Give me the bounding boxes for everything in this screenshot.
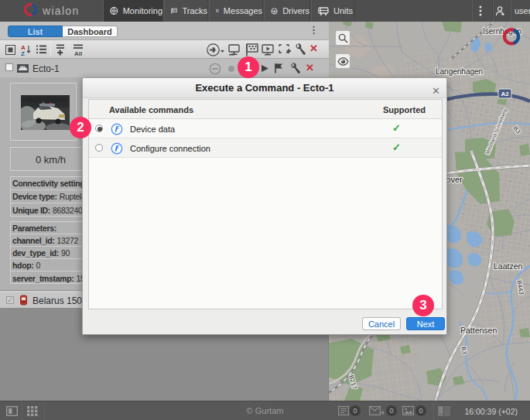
svg-text:A2: A2 bbox=[501, 90, 509, 97]
svg-text:All: All bbox=[74, 50, 82, 56]
svg-text:B3: B3 bbox=[460, 347, 468, 355]
svg-text:Langenhagen: Langenhagen bbox=[436, 67, 483, 76]
svg-text:Z: Z bbox=[21, 50, 25, 56]
svg-text:Pattensen: Pattensen bbox=[460, 326, 497, 335]
svg-text:Laatzen: Laatzen bbox=[494, 261, 523, 271]
